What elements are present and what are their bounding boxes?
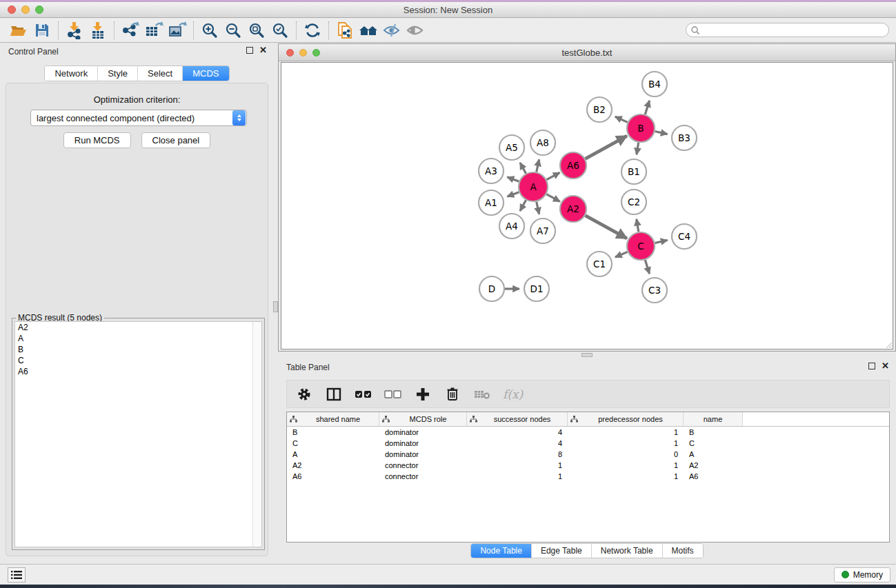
graph-node-A3[interactable]: A3 [479,159,504,183]
table-cell[interactable]: C [287,439,379,447]
criterion-dropdown[interactable]: largest connected component (directed) [30,110,247,126]
mcds-result-list[interactable]: A2ABCA6 [14,321,262,547]
table-cell[interactable]: dominator [379,428,467,436]
graph-node-A6[interactable]: A6 [560,152,586,179]
table-row[interactable]: A6connector11A6 [287,471,889,482]
mcds-result-item-c[interactable]: C [15,355,261,366]
select-all-columns-button[interactable] [355,385,372,404]
table-cell[interactable]: A2 [287,461,379,469]
table-cell[interactable]: connector [379,461,467,469]
hide-panel-button[interactable] [380,20,404,41]
graph-node-D1[interactable]: D1 [524,276,549,301]
search-input[interactable] [700,26,873,35]
horizontal-split-grip[interactable] [581,353,593,357]
table-cell[interactable]: A6 [287,472,379,480]
table-cell[interactable]: 1 [467,472,568,480]
home-views-button[interactable] [357,20,380,41]
graph-node-C2[interactable]: C2 [621,190,646,214]
graph-edge-A-A2[interactable] [546,194,559,202]
graph-edge-A-A4[interactable] [520,200,526,211]
graph-node-D[interactable]: D [479,276,504,301]
table-row[interactable]: Adominator80A [287,449,889,460]
table-cell[interactable]: 1 [568,461,684,469]
graph-edge-B-B3[interactable] [655,132,667,134]
table-row[interactable]: A2connector11A2 [287,460,889,471]
list-scrollbar[interactable] [252,322,261,547]
memory-button[interactable]: Memory [834,567,890,582]
graph-edge-B-B4[interactable] [645,101,649,114]
table-tab-network-table[interactable]: Network Table [592,544,663,558]
column-header-name[interactable]: name [684,412,743,426]
column-header-MCDS-role[interactable]: MCDS role [379,412,467,426]
mcds-result-item-b[interactable]: B [15,344,261,355]
table-cell[interactable]: 1 [568,439,684,447]
table-cell[interactable]: A [684,450,743,458]
graph-edge-A-A6[interactable] [546,172,559,179]
table-cell[interactable]: 1 [467,461,568,469]
table-row[interactable]: Bdominator41B [287,427,889,438]
graph-node-B4[interactable]: B4 [642,72,667,97]
graph-edge-A-A7[interactable] [537,201,539,214]
table-cell[interactable]: A2 [684,461,743,469]
column-header-successor-nodes[interactable]: successor nodes [467,412,568,426]
graph-node-B3[interactable]: B3 [672,125,697,150]
table-cell[interactable]: 0 [568,450,684,458]
network-canvas[interactable]: B4B2BB3A8A5A6A3B1AC2A1A2A4A7C4CC1C3DD1 [281,62,893,349]
run-mcds-button[interactable]: Run MCDS [63,132,131,148]
graph-edge-A6-B[interactable] [586,136,627,159]
show-panel-button[interactable] [404,20,427,41]
table-row[interactable]: Cdominator41C [287,438,889,449]
graph-edge-A-A5[interactable] [520,163,526,174]
split-view-button[interactable] [325,385,343,404]
table-cell[interactable]: 4 [467,439,568,447]
table-cell[interactable]: dominator [379,450,467,458]
tab-style[interactable]: Style [98,66,138,81]
graph-node-C3[interactable]: C3 [642,278,667,303]
zoom-fit-button[interactable] [245,20,268,41]
graph-node-A8[interactable]: A8 [530,130,555,155]
table-tab-edge-table[interactable]: Edge Table [532,544,592,558]
graph-node-C[interactable]: C [627,232,655,260]
graph-edge-C-C3[interactable] [645,260,649,274]
delete-table-button[interactable] [473,385,491,404]
table-cell[interactable]: 1 [568,472,684,480]
open-session-button[interactable] [7,20,30,41]
float-table-panel-icon[interactable] [868,363,875,369]
graph-node-A7[interactable]: A7 [530,219,555,243]
refresh-layout-button[interactable] [301,20,324,41]
graph-node-B2[interactable]: B2 [587,97,612,122]
graph-edge-A-A1[interactable] [507,192,519,196]
graph-node-A1[interactable]: A1 [479,190,504,215]
table-tab-motifs[interactable]: Motifs [663,544,703,558]
export-network-button[interactable] [119,20,142,41]
close-panel-button[interactable]: Close panel [141,132,211,148]
close-panel-icon[interactable]: ✕ [259,47,267,54]
mcds-result-item-a6[interactable]: A6 [15,366,261,377]
window-resize-grip[interactable] [884,341,893,349]
graph-edge-B-B1[interactable] [637,143,639,155]
table-settings-button[interactable] [295,385,313,404]
deselect-all-columns-button[interactable] [384,385,402,404]
graph-edge-C-C2[interactable] [637,219,639,232]
zoom-out-button[interactable] [221,20,245,41]
graph-edge-A-A8[interactable] [537,159,539,172]
tab-mcds[interactable]: MCDS [183,66,228,81]
graph-edge-C-C4[interactable] [655,240,667,243]
graph-node-A2[interactable]: A2 [560,196,586,222]
table-cell[interactable]: A6 [684,472,743,480]
save-session-button[interactable] [30,20,54,41]
table-cell[interactable]: dominator [379,439,467,447]
import-network-button[interactable] [63,20,86,41]
graph-edge-A-A3[interactable] [507,177,519,181]
function-builder-button[interactable]: f(x) [503,387,523,401]
close-table-panel-icon[interactable]: ✕ [882,363,889,369]
tab-network[interactable]: Network [45,66,98,81]
table-cell[interactable]: C [684,439,743,447]
graph-node-B[interactable]: B [627,114,655,142]
graph-node-A5[interactable]: A5 [499,135,524,160]
graph-edge-C-C1[interactable] [615,252,628,257]
graph-node-C1[interactable]: C1 [587,252,612,276]
column-header-predecessor-nodes[interactable]: predecessor nodes [568,412,684,426]
table-cell[interactable]: A [287,450,379,458]
table-cell[interactable]: B [287,428,379,436]
